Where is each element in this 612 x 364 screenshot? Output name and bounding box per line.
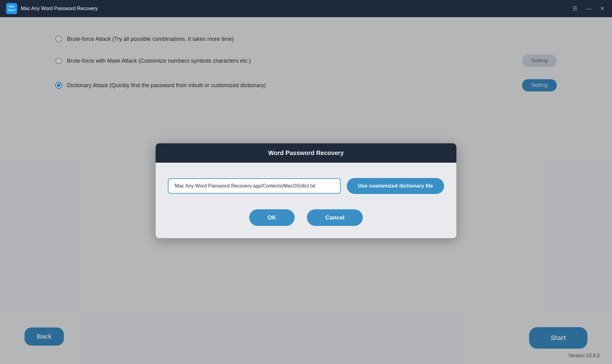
cancel-button[interactable]: Cancel	[307, 209, 363, 226]
app-icon-text: MacWord	[8, 5, 15, 12]
titlebar-controls: ☰ — ✕	[571, 5, 606, 13]
menu-button[interactable]: ☰	[571, 5, 579, 13]
modal-input-row: Use customized dictionary file	[168, 178, 444, 194]
modal-actions: OK Cancel	[168, 209, 444, 226]
dict-path-input[interactable]	[168, 178, 341, 194]
modal-body: Use customized dictionary file OK Cancel	[156, 163, 456, 238]
use-dict-button[interactable]: Use customized dictionary file	[347, 178, 444, 194]
minimize-button[interactable]: —	[585, 5, 593, 13]
modal-header: Word Password Recovery	[156, 143, 456, 163]
close-button[interactable]: ✕	[599, 5, 606, 13]
modal-dialog: Word Password Recovery Use customized di…	[156, 143, 456, 238]
titlebar-left: MacWord Mac Any Word Password Recovery	[6, 3, 98, 14]
app-title: Mac Any Word Password Recovery	[21, 6, 98, 11]
app-icon: MacWord	[6, 3, 17, 14]
ok-button[interactable]: OK	[249, 209, 295, 226]
main-content: Brute-force Attack (Try all possible com…	[0, 17, 612, 364]
modal-overlay: Word Password Recovery Use customized di…	[0, 17, 612, 364]
titlebar: MacWord Mac Any Word Password Recovery ☰…	[0, 0, 612, 17]
modal-title: Word Password Recovery	[268, 149, 344, 156]
